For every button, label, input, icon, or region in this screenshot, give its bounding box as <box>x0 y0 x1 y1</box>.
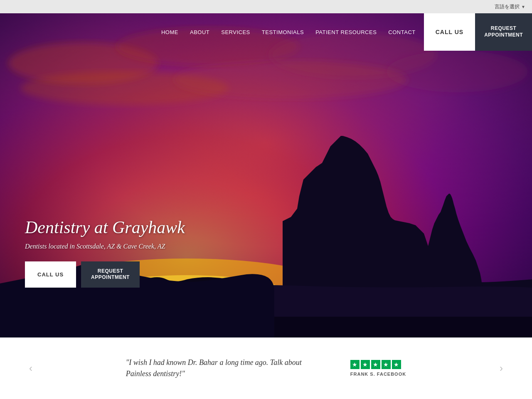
nav-request-line1: REQUEST <box>491 25 517 31</box>
hero-request-line1: REQUEST <box>98 268 123 274</box>
nav-about[interactable]: ABOUT <box>190 29 209 35</box>
nav-call-button[interactable]: CALL US <box>424 13 475 51</box>
hero-silhouette <box>0 13 532 337</box>
nav-patient-resources[interactable]: PATIENT RESOURCES <box>315 29 377 35</box>
language-label: 言語を選択 <box>495 3 520 10</box>
hero-title: Dentistry at Grayhawk <box>25 217 185 237</box>
nav-services[interactable]: SERVICES <box>221 29 250 35</box>
reviewer-name: FRANK S. <box>350 372 375 377</box>
star-4: ★ <box>382 360 391 369</box>
language-selector[interactable]: 言語を選択 ▼ <box>495 3 525 10</box>
testimonial-quote: "I wish I had known Dr. Bahar a long tim… <box>126 357 325 379</box>
nav-request-line2: APPOINTMENT <box>484 32 523 38</box>
navbar: HOME ABOUT SERVICES TESTIMONIALS PATIENT… <box>0 13 532 51</box>
reviewer-info: FRANK S. FACEBOOK <box>350 372 406 377</box>
star-3: ★ <box>371 360 380 369</box>
hero-call-button[interactable]: CALL US <box>25 261 76 288</box>
nav-request-button[interactable]: REQUEST APPOINTMENT <box>475 13 532 51</box>
star-5: ★ <box>392 360 401 369</box>
testimonial-rating: ★ ★ ★ ★ ★ FRANK S. FACEBOOK <box>350 360 406 377</box>
testimonial-section: ‹ "I wish I had known Dr. Bahar a long t… <box>0 337 532 399</box>
nav-links: HOME ABOUT SERVICES TESTIMONIALS PATIENT… <box>161 29 424 35</box>
testimonial-content: "I wish I had known Dr. Bahar a long tim… <box>37 357 495 379</box>
language-arrow: ▼ <box>521 5 525 9</box>
nav-testimonials[interactable]: TESTIMONIALS <box>262 29 304 35</box>
hero-request-button[interactable]: REQUEST APPOINTMENT <box>81 261 140 288</box>
star-rating: ★ ★ ★ ★ ★ <box>350 360 401 369</box>
star-1: ★ <box>350 360 360 369</box>
prev-arrow[interactable]: ‹ <box>25 358 37 378</box>
svg-point-7 <box>175 61 407 99</box>
hero-subtitle: Dentists located in Scottsdale, AZ & Cav… <box>25 241 185 251</box>
hero-request-line2: APPOINTMENT <box>91 274 130 280</box>
star-2: ★ <box>361 360 370 369</box>
hero-content: Dentistry at Grayhawk Dentists located i… <box>25 217 185 288</box>
nav-contact[interactable]: CONTACT <box>388 29 415 35</box>
nav-home[interactable]: HOME <box>161 29 178 35</box>
svg-point-5 <box>387 51 528 92</box>
hero-section: HOME ABOUT SERVICES TESTIMONIALS PATIENT… <box>0 13 532 337</box>
hero-buttons: CALL US REQUEST APPOINTMENT <box>25 261 185 288</box>
next-arrow[interactable]: › <box>495 358 507 378</box>
top-bar: 言語を選択 ▼ <box>0 0 532 13</box>
reviewer-source: FACEBOOK <box>377 372 406 377</box>
